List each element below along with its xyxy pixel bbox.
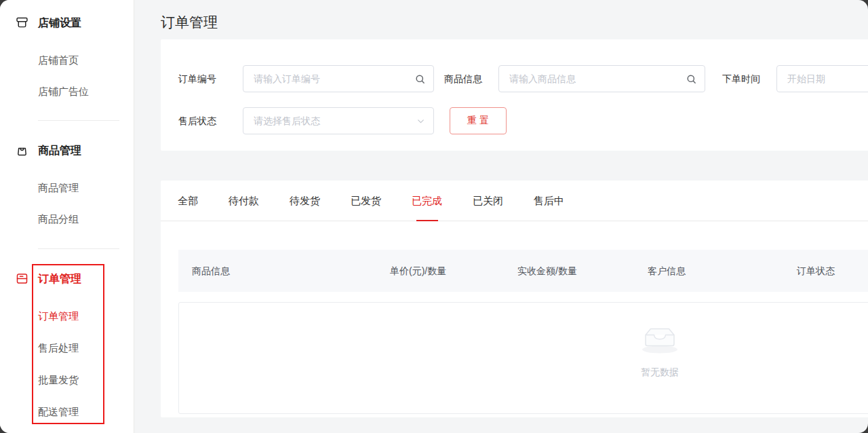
sidebar-item-shop-home[interactable]: 店铺首页 xyxy=(0,53,134,68)
tab-completed[interactable]: 已完成 xyxy=(412,181,442,221)
sidebar: 店铺设置 店铺首页 店铺广告位 商品管理 商品管理 商品分组 xyxy=(0,0,134,433)
sidebar-item-order-mgmt[interactable]: 订单管理 xyxy=(0,309,134,324)
col-paid-amount: 实收金额/数量 xyxy=(517,250,577,292)
tab-closed[interactable]: 已关闭 xyxy=(473,181,503,221)
start-date-input[interactable] xyxy=(776,65,868,92)
col-product-info: 商品信息 xyxy=(192,250,230,292)
order-no-field-wrap xyxy=(243,65,434,92)
order-time-label: 下单时间 xyxy=(722,65,760,92)
tab-pending-shipment[interactable]: 待发货 xyxy=(290,181,320,221)
main-area: 订单管理 订单编号 商品信息 xyxy=(134,0,868,433)
order-no-input[interactable] xyxy=(243,65,434,92)
sidebar-group-label: 商品管理 xyxy=(38,144,81,157)
col-order-status: 订单状态 xyxy=(797,250,835,292)
sidebar-group-order-mgmt[interactable]: 订单管理 xyxy=(0,271,134,286)
chevron-down-icon xyxy=(416,117,425,126)
product-info-label: 商品信息 xyxy=(444,65,482,92)
product-info-field-wrap xyxy=(498,65,705,92)
sidebar-group-label: 订单管理 xyxy=(38,272,81,286)
sidebar-group-shop-settings[interactable]: 店铺设置 xyxy=(0,16,134,31)
shopping-bag-icon xyxy=(15,143,29,157)
sidebar-item-batch-ship[interactable]: 批量发货 xyxy=(0,373,134,388)
tab-shipped[interactable]: 已发货 xyxy=(351,181,381,221)
search-icon[interactable] xyxy=(686,73,697,85)
product-info-input[interactable] xyxy=(498,65,705,92)
col-customer-info: 客户信息 xyxy=(648,250,686,292)
order-table-body: 暂无数据 xyxy=(178,302,868,414)
tab-in-aftersale[interactable]: 售后中 xyxy=(534,181,564,221)
sidebar-divider xyxy=(38,120,119,121)
empty-inbox-icon xyxy=(637,345,683,356)
page-title: 订单管理 xyxy=(161,13,218,32)
col-unit-price: 单价(元)/数量 xyxy=(390,250,446,292)
sidebar-item-delivery[interactable]: 配送管理 xyxy=(0,404,134,419)
empty-state: 暂无数据 xyxy=(637,323,683,379)
reset-button[interactable]: 重 置 xyxy=(450,107,507,134)
order-table-header: 商品信息 单价(元)/数量 实收金额/数量 客户信息 订单状态 xyxy=(178,250,868,292)
order-no-label: 订单编号 xyxy=(178,65,216,92)
search-icon[interactable] xyxy=(414,73,426,85)
tab-pending-payment[interactable]: 待付款 xyxy=(229,181,259,221)
sidebar-item-product-mgmt[interactable]: 商品管理 xyxy=(0,181,134,195)
sidebar-group-label: 店铺设置 xyxy=(38,16,81,30)
sidebar-divider xyxy=(38,248,119,249)
sidebar-item-product-group[interactable]: 商品分组 xyxy=(0,212,134,227)
order-status-tabs: 全部 待付款 待发货 已发货 已完成 已关闭 售后中 xyxy=(161,181,868,221)
empty-text: 暂无数据 xyxy=(637,366,683,379)
sidebar-item-aftersale[interactable]: 售后处理 xyxy=(0,341,134,356)
shop-icon xyxy=(15,16,29,30)
tab-all[interactable]: 全部 xyxy=(178,181,198,221)
admin-window: 店铺设置 店铺首页 店铺广告位 商品管理 商品管理 商品分组 xyxy=(0,0,868,433)
aftersale-status-label: 售后状态 xyxy=(178,107,216,134)
sidebar-item-shop-ads[interactable]: 店铺广告位 xyxy=(0,84,134,99)
filter-panel: 订单编号 商品信息 xyxy=(161,39,868,151)
aftersale-status-select[interactable]: 请选择售后状态 xyxy=(243,107,434,134)
sidebar-group-product-mgmt[interactable]: 商品管理 xyxy=(0,143,134,158)
order-content-panel: 全部 待付款 待发货 已发货 已完成 已关闭 售后中 商品信息 单价(元)/数量… xyxy=(161,181,868,417)
order-list-icon xyxy=(15,271,29,286)
